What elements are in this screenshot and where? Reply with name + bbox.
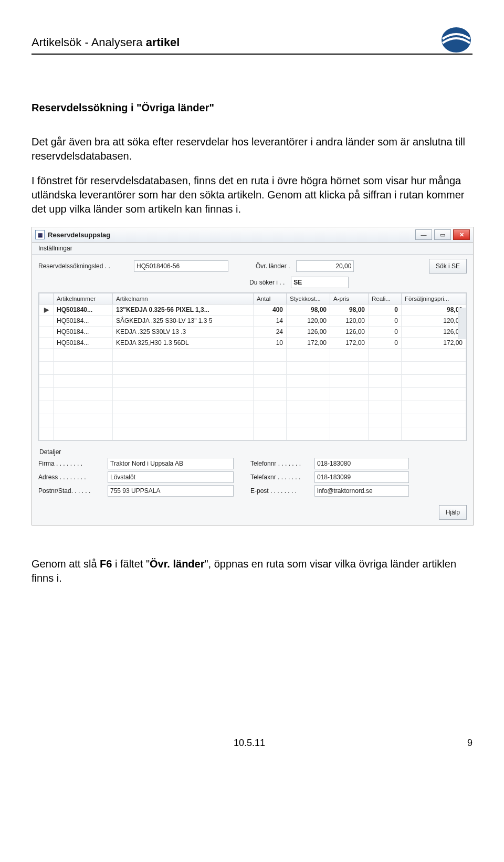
table-row[interactable]: HQ50184...KEDJA .325 S30LV 13 .324126,00… (39, 327, 466, 338)
title-bold: artikel (146, 36, 180, 49)
window-title: Reservdelsuppslag (48, 231, 110, 239)
footer-page: 9 (467, 738, 472, 749)
label-sokled: Reservdelssökningsled . . (38, 262, 128, 270)
label-adress: Adress . . . . . . . . (38, 474, 101, 481)
after-mid: i fältet " (112, 558, 150, 570)
sok-button[interactable]: Sök i SE (429, 259, 467, 274)
label-postnr: Postnr/Stad. . . . . . (38, 487, 101, 495)
after-f6: F6 (100, 558, 112, 570)
window-icon: ▦ (35, 230, 45, 239)
col-artnamn[interactable]: Artikelnamn (113, 293, 254, 304)
reservdelsuppslag-window: ▦ Reservdelsuppslag — ▭ ✕ Inställningar … (32, 227, 474, 525)
table-row[interactable]: HQ50184...SÅGKEDJA .325 S30-LV 13" 1.3 5… (39, 316, 466, 327)
title-plain: Artikelsök - Analysera (32, 36, 146, 49)
table-row[interactable]: HQ50184...KEDJA 325,H30 1.3 56DL10172,00… (39, 338, 466, 349)
label-ovr-lander: Övr. länder . (256, 262, 290, 270)
header-divider (32, 54, 472, 55)
window-titlebar: ▦ Reservdelsuppslag — ▭ ✕ (32, 227, 473, 243)
table-header-row: Artikelnummer Artikelnamn Antal Styckkos… (39, 293, 466, 304)
footer-date: 10.5.11 (234, 738, 265, 749)
table-row-empty (39, 375, 466, 388)
table-row-empty (39, 427, 466, 440)
menubar: Inställningar (32, 243, 473, 255)
minimize-button[interactable]: — (415, 229, 432, 240)
section-heading: Reservdelssökning i "Övriga länder" (32, 102, 472, 114)
col-marker (39, 293, 54, 304)
table-row-empty (39, 414, 466, 427)
col-artnr[interactable]: Artikelnummer (54, 293, 113, 304)
value-telefaxnr[interactable]: 018-183099 (314, 471, 409, 483)
help-button[interactable]: Hjälp (439, 505, 467, 520)
label-epost: E-post . . . . . . . . (250, 487, 308, 495)
input-sokled[interactable]: HQ5018406-56 (134, 260, 228, 272)
company-logo (440, 26, 472, 54)
table-row-empty (39, 401, 466, 414)
table-row-empty (39, 362, 466, 375)
menu-settings[interactable]: Inställningar (36, 244, 75, 253)
value-firma[interactable]: Traktor Nord i Uppsala AB (108, 458, 234, 469)
value-telefonnr[interactable]: 018-183080 (314, 458, 409, 469)
label-du-soker: Du söker i . . (249, 279, 285, 286)
input-ovr-lander[interactable]: 20,00 (296, 260, 354, 272)
table-row-empty (39, 388, 466, 401)
paragraph-1: Det går även bra att söka efter reservde… (32, 135, 472, 163)
page-title: Artikelsök - Analysera artikel (32, 36, 180, 54)
col-fpris[interactable]: Försäljningspri... (402, 293, 466, 304)
table-row[interactable]: ▶HQ501840...13"KEDJA 0.325-56 PIXEL 1,3.… (39, 304, 466, 316)
close-button[interactable]: ✕ (453, 229, 470, 240)
label-telefaxnr: Telefaxnr . . . . . . . (250, 474, 308, 481)
value-adress[interactable]: Lövstalöt (108, 471, 234, 483)
details-title: Detaljer (39, 448, 467, 456)
maximize-button[interactable]: ▭ (434, 229, 451, 240)
col-styckkost[interactable]: Styckkost... (287, 293, 330, 304)
col-antal[interactable]: Antal (254, 293, 287, 304)
scrollbar[interactable] (458, 308, 466, 339)
value-epost[interactable]: info@traktornord.se (314, 485, 409, 497)
results-table: Artikelnummer Artikelnamn Antal Styckkos… (38, 292, 467, 441)
table-row-empty (39, 349, 466, 362)
label-telefonnr: Telefonnr . . . . . . . (250, 460, 308, 467)
col-apris[interactable]: A-pris (330, 293, 369, 304)
paragraph-after: Genom att slå F6 i fältet "Övr. länder",… (32, 557, 472, 585)
paragraph-2: I fönstret för reservdelsdatabasen, finn… (32, 174, 472, 216)
after-ovr: Övr. länder (150, 558, 205, 570)
label-firma: Firma . . . . . . . . (38, 460, 101, 467)
input-du-soker[interactable]: SE (291, 277, 349, 288)
col-reali[interactable]: Reali... (369, 293, 402, 304)
value-postnr[interactable]: 755 93 UPPSALA (108, 485, 234, 497)
after-pre: Genom att slå (32, 558, 100, 570)
